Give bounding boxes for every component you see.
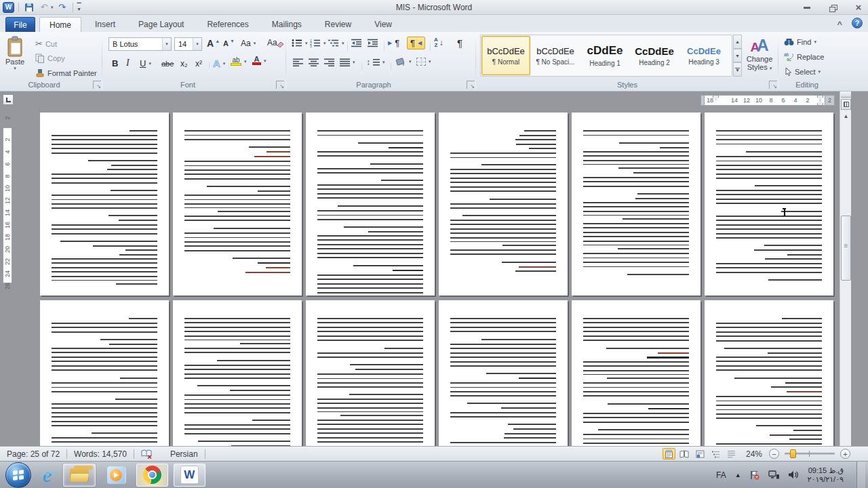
font-name-dropdown[interactable]: ▾	[162, 38, 171, 50]
action-center-flag-icon[interactable]	[750, 470, 760, 480]
font-dialog-launcher[interactable]: ↘	[276, 81, 284, 89]
paragraph-dialog-launcher[interactable]: ↘	[467, 81, 475, 89]
document-page[interactable]	[306, 113, 435, 296]
shading-button[interactable]: ▾	[395, 57, 412, 66]
clipboard-dialog-launcher[interactable]: ↘	[93, 81, 101, 89]
document-page[interactable]	[173, 300, 302, 446]
horizontal-ruler[interactable]: 181412108642	[704, 95, 825, 106]
show-hide-marks-button[interactable]: ¶	[457, 37, 462, 49]
text-effects-button[interactable]: A▾	[213, 58, 225, 69]
scrollbar-thumb[interactable]	[841, 216, 851, 281]
shrink-font-button[interactable]: A▼	[223, 39, 235, 47]
style-heading-2[interactable]: CcDdEe Heading 2	[630, 36, 679, 75]
document-page[interactable]	[439, 113, 568, 296]
view-print-layout-button[interactable]	[663, 448, 675, 460]
vertical-scrollbar[interactable]: ▲	[840, 92, 851, 446]
find-button[interactable]: Find▾	[784, 37, 816, 46]
bold-button[interactable]: B	[112, 58, 118, 68]
font-name-combo[interactable]: B Lotus ▾	[108, 37, 172, 51]
tab-mailings[interactable]: Mailings	[262, 17, 311, 32]
taskbar-word[interactable]: W	[174, 464, 205, 487]
clock[interactable]: ق.ظ 09:15 ۲۰۱۹/۲۱/۰۹	[808, 466, 848, 484]
font-color-button[interactable]: A ▾	[252, 56, 267, 65]
proofing-status[interactable]	[134, 447, 159, 461]
tab-file[interactable]: File	[5, 17, 35, 32]
document-page[interactable]	[705, 113, 833, 296]
superscript-button[interactable]: x²	[195, 59, 202, 68]
right-indent-marker-bottom[interactable]	[817, 100, 823, 106]
document-page[interactable]	[572, 300, 701, 446]
network-icon[interactable]	[768, 470, 779, 479]
tab-page-layout[interactable]: Page Layout	[129, 17, 193, 32]
taskbar-media-player[interactable]	[101, 464, 131, 487]
align-left-button[interactable]	[293, 58, 303, 66]
zoom-slider-thumb[interactable]	[790, 449, 796, 458]
numbering-button[interactable]: 123 ▾	[310, 39, 326, 47]
document-page[interactable]	[40, 300, 169, 446]
styles-dialog-launcher[interactable]: ↘	[769, 81, 777, 89]
left-to-right-button[interactable]: ▶¶	[388, 38, 399, 48]
paste-button[interactable]: Paste ▾	[5, 36, 24, 71]
cut-button[interactable]: ✂ Cut	[35, 39, 57, 49]
zoom-slider[interactable]	[785, 453, 835, 455]
view-outline-button[interactable]	[709, 448, 722, 460]
font-size-dropdown[interactable]: ▾	[193, 38, 201, 50]
view-fullscreen-reading-button[interactable]	[678, 448, 691, 460]
styles-more-button[interactable]: ▼	[733, 62, 742, 77]
grow-font-button[interactable]: A▲	[207, 38, 220, 49]
view-draft-button[interactable]	[725, 448, 738, 460]
align-center-button[interactable]	[309, 58, 319, 66]
copy-button[interactable]: Copy	[35, 54, 65, 63]
multilevel-list-button[interactable]: ▾	[328, 39, 344, 47]
page-indicator[interactable]: Page: 25 of 72	[0, 447, 66, 461]
zoom-out-button[interactable]: −	[769, 449, 779, 459]
view-web-layout-button[interactable]	[694, 448, 707, 460]
highlight-button[interactable]: ab ▾	[231, 57, 247, 66]
strikethrough-button[interactable]: abe	[161, 60, 174, 68]
zoom-in-button[interactable]: +	[840, 449, 850, 459]
document-page[interactable]	[705, 300, 833, 446]
tab-selector-button[interactable]	[3, 94, 14, 105]
underline-button[interactable]: U▾	[140, 58, 151, 68]
style-no-spacing[interactable]: bCcDdEe ¶ No Spaci...	[531, 36, 580, 75]
style-heading-3[interactable]: CcDdEe Heading 3	[679, 36, 728, 75]
replace-button[interactable]: abac Replace	[784, 52, 824, 61]
document-page[interactable]	[439, 300, 568, 446]
restore-button[interactable]	[827, 3, 838, 12]
show-hidden-icons-button[interactable]: ▲	[735, 472, 741, 479]
bullets-button[interactable]: ▾	[292, 39, 308, 47]
styles-scroll-down[interactable]: ▼	[733, 49, 742, 63]
start-button[interactable]	[5, 462, 31, 488]
borders-button[interactable]: ▾	[416, 58, 431, 66]
change-case-button[interactable]: Aa▾	[241, 39, 256, 48]
format-painter-button[interactable]: Format Painter	[35, 68, 97, 78]
increase-indent-button[interactable]	[368, 39, 378, 47]
scroll-up-button[interactable]: ▲	[841, 111, 851, 121]
tab-insert[interactable]: Insert	[85, 17, 125, 32]
language-bar[interactable]: FA	[716, 470, 726, 480]
right-to-left-button[interactable]: ¶◀	[407, 37, 425, 49]
show-desktop-button[interactable]	[856, 462, 865, 488]
document-page[interactable]	[572, 113, 701, 296]
minimize-ribbon-button[interactable]: ∧	[836, 20, 844, 26]
taskbar-internet-explorer[interactable]: e	[37, 464, 58, 487]
subscript-button[interactable]: x₂	[180, 59, 188, 68]
document-page[interactable]	[306, 300, 435, 446]
word-count[interactable]: Words: 14,570	[67, 447, 134, 461]
clear-formatting-button[interactable]: Aa	[267, 38, 283, 47]
close-button[interactable]: ×	[853, 3, 864, 12]
document-page[interactable]	[40, 113, 169, 296]
justify-button[interactable]: ▾	[340, 58, 355, 66]
sort-button[interactable]: A Z ↓	[434, 37, 443, 48]
style-normal[interactable]: bCcDdEe ¶ Normal	[481, 36, 530, 75]
taskbar-chrome[interactable]	[136, 464, 168, 487]
tab-references[interactable]: References	[197, 17, 258, 32]
language-indicator[interactable]: Persian	[159, 447, 205, 461]
align-right-button[interactable]	[324, 58, 334, 66]
font-size-combo[interactable]: 14 ▾	[174, 37, 202, 51]
style-heading-1[interactable]: cDdEe Heading 1	[580, 36, 629, 75]
right-indent-marker-top[interactable]	[817, 95, 823, 100]
minimize-button[interactable]	[802, 3, 812, 12]
italic-button[interactable]: I	[126, 58, 130, 68]
view-ruler-toggle-button[interactable]	[841, 99, 851, 110]
